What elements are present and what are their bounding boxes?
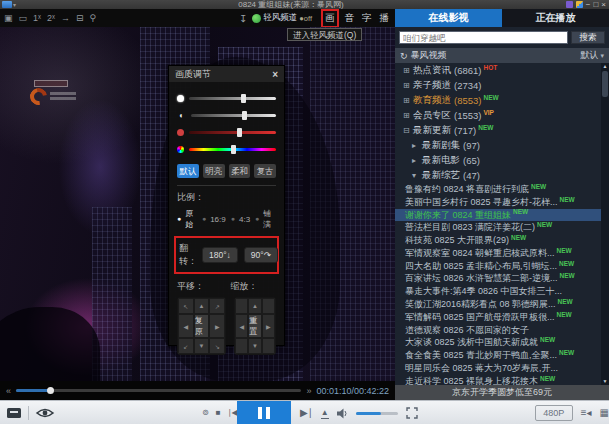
pan-down-arrow[interactable]: ▼ — [194, 338, 210, 354]
saturation-slider[interactable] — [189, 131, 276, 134]
picture-adjust-icon[interactable]: 画 — [321, 9, 339, 28]
contrast-slider-handle[interactable] — [242, 111, 247, 120]
ratio-radio-icon[interactable]: ● — [177, 215, 181, 223]
episode-row[interactable]: 百家讲坛 0826 水浒智慧第二部-逆境...NEW — [395, 273, 601, 286]
zoom-up-arrow[interactable]: ▲ — [248, 298, 261, 314]
tree-toggle-icon[interactable]: ⊞ — [403, 111, 413, 120]
episode-row[interactable]: 军情解码 0825 国产航母滑跃甲板很...NEW — [395, 311, 601, 324]
skip-head-tail-icon[interactable]: → — [61, 9, 70, 27]
preset-button-复古[interactable]: 复古 — [254, 164, 276, 178]
download-icon[interactable]: ↧ — [239, 13, 247, 24]
brightness-slider-handle[interactable] — [241, 94, 246, 103]
episode-row[interactable]: 军情观察室 0824 朝鲜重启核武原料...NEW — [395, 247, 601, 260]
ratio-option-原始[interactable]: 原始 — [185, 208, 197, 230]
episode-row[interactable]: 鲁豫有约 0824 将喜剧进行到底NEW — [395, 183, 601, 196]
tree-toggle-icon[interactable]: ▾ — [412, 171, 422, 180]
sort-dropdown[interactable]: 默认 — [580, 49, 598, 62]
panel-titlebar[interactable]: 画质调节 × — [169, 66, 284, 82]
playlist-drawer-icon[interactable] — [6, 407, 22, 419]
episode-row[interactable]: 笑傲江湖2016精彩看点 08 郭德纲展...NEW — [395, 298, 601, 311]
pan-up-arrow[interactable]: ▲ — [194, 298, 210, 314]
episode-row[interactable]: 普法栏目剧 0823 满院洋姜花(二)NEW — [395, 221, 601, 234]
ratio-option-铺满[interactable]: 铺满 — [263, 208, 275, 230]
flip-button-90°[interactable]: 90°↷ — [244, 247, 278, 263]
saturation-slider-handle[interactable] — [237, 128, 242, 137]
preset-button-明亮[interactable]: 明亮 — [203, 164, 225, 178]
search-input[interactable] — [399, 31, 568, 44]
category-row[interactable]: ⊟最新更新(717)NEW — [395, 123, 601, 138]
pan-right-arrow[interactable]: ▶ — [209, 314, 225, 338]
tree-toggle-icon[interactable]: ⊞ — [403, 66, 413, 75]
zoom-right-arrow[interactable]: ▶ — [262, 314, 275, 338]
rewind-icon[interactable]: « — [6, 386, 11, 396]
pause-button[interactable] — [237, 401, 291, 424]
ratio-radio-icon[interactable]: ● — [202, 215, 206, 223]
scroll-down-icon[interactable]: ▼ — [603, 378, 608, 385]
category-row[interactable]: ⊞会员专区(1553)VIP — [395, 108, 601, 123]
tree-toggle-icon[interactable]: ⊟ — [403, 126, 413, 135]
pan-left-arrow[interactable]: ◀ — [178, 314, 194, 338]
volume-slider[interactable] — [356, 412, 398, 415]
episode-row[interactable]: 道德观察 0826 不愿回家的女子 — [395, 324, 601, 337]
speed-2x-icon[interactable]: 2ˣ — [47, 9, 55, 27]
zoom-reset-button[interactable]: 重置 — [248, 314, 261, 338]
forward-icon[interactable]: » — [306, 386, 311, 396]
video-display[interactable]: 进入轻风频道(Q) 画质调节 × ◐ 默认明亮柔和复古 比例： ●原始●16:9… — [0, 27, 395, 381]
preset-button-柔和[interactable]: 柔和 — [229, 164, 251, 178]
subtitle-adjust-icon[interactable]: 字 — [360, 11, 374, 26]
seek-bar[interactable] — [16, 389, 301, 392]
stop-button[interactable]: ■ — [216, 401, 221, 424]
flip-button-180°[interactable]: 180°↓ — [202, 247, 238, 263]
tab-online-video[interactable]: 在线影视 — [395, 9, 502, 27]
zoom-left-arrow[interactable]: ◀ — [235, 314, 248, 338]
zoom-down-arrow[interactable]: ▼ — [248, 338, 261, 354]
audio-adjust-icon[interactable]: 音 — [343, 11, 357, 26]
quality-button[interactable]: 480P — [535, 405, 573, 421]
pan-down-left-arrow[interactable]: ↙ — [178, 338, 194, 354]
panel-close-icon[interactable]: × — [272, 69, 278, 80]
minimize-button[interactable]: − — [586, 0, 591, 9]
search-button[interactable]: 搜索 — [571, 31, 605, 44]
app-logo-icon[interactable] — [2, 1, 12, 8]
close-button[interactable]: × — [601, 0, 606, 9]
pan-up-left-arrow[interactable]: ↖ — [178, 298, 194, 314]
episode-row[interactable]: 暴走大事件:第4季 0826 中国女排三十... — [395, 285, 601, 298]
next-button[interactable]: ▶∣ — [300, 401, 313, 424]
contrast-slider[interactable] — [191, 114, 276, 117]
play-window-icon[interactable]: ▣ — [4, 9, 13, 27]
maximize-button[interactable]: □ — [593, 0, 598, 9]
seek-handle[interactable] — [47, 387, 54, 394]
ad-marquee[interactable]: 京东开学季圆梦低至69元 — [395, 385, 609, 400]
category-row[interactable]: ▸最新电影(65) — [395, 153, 601, 168]
ratio-radio-icon[interactable]: ● — [255, 215, 259, 223]
pan-down-right-arrow[interactable]: ↘ — [209, 338, 225, 354]
episode-row[interactable]: 明星同乐会 0825 蒋大为70岁寿辰,开... — [395, 362, 601, 375]
episode-row[interactable]: 科技苑 0825 大开眼界(29)NEW — [395, 234, 601, 247]
category-row[interactable]: ⊞教育频道(8553)NEW — [395, 93, 601, 108]
episode-row[interactable]: 美丽中国乡村行 0825 寻趣乡村-花样...NEW — [395, 196, 601, 209]
baofeng-eye-icon[interactable] — [35, 407, 55, 419]
fullscreen-icon[interactable] — [406, 407, 418, 419]
preset-button-默认[interactable]: 默认 — [177, 164, 199, 178]
ratio-option-16:9[interactable]: 16:9 — [210, 215, 226, 224]
tree-toggle-icon[interactable]: ▸ — [412, 141, 422, 150]
message-icon[interactable] — [566, 1, 573, 8]
episode-row[interactable]: 食全食美 0825 青北妙厨于鸭血,全聚...NEW — [395, 349, 601, 362]
tree-toggle-icon[interactable]: ▸ — [412, 156, 422, 165]
ratio-radio-icon[interactable]: ● — [231, 215, 235, 223]
refresh-icon[interactable]: ↻ — [400, 51, 408, 61]
episode-row[interactable]: 谢谢你来了 0824 重组姐妹NEW — [395, 209, 601, 222]
category-row[interactable]: ▸最新剧集(97) — [395, 138, 601, 153]
category-row[interactable]: ⊞亲子频道(2734) — [395, 78, 601, 93]
hue-slider-handle[interactable] — [231, 145, 236, 154]
episode-row[interactable]: 走近科学 0825 裸鼠身上移花接木NEW — [395, 375, 601, 385]
surround-icon[interactable]: ⊚ — [202, 401, 209, 424]
list-scrollbar[interactable]: ▲ ▼ — [601, 63, 609, 385]
episode-row[interactable]: 四大名助 0825 孟非精心布局,引蝴坛...NEW — [395, 260, 601, 273]
tab-now-playing[interactable]: 正在播放 — [502, 9, 609, 27]
grid-view-icon[interactable]: ▦ — [600, 401, 609, 424]
speed-1x-icon[interactable]: 1ˣ — [33, 9, 41, 27]
ratio-option-4:3[interactable]: 4:3 — [239, 215, 250, 224]
open-file-icon[interactable]: ▲ — [321, 408, 329, 419]
brightness-slider[interactable] — [189, 97, 276, 100]
